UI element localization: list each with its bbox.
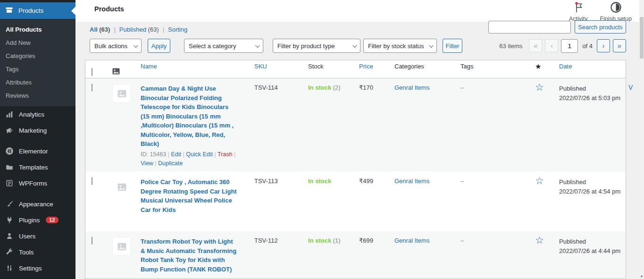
sidebar-item-wpforms[interactable]: WPForms — [0, 175, 75, 191]
product-sku: TSV-114 — [254, 84, 278, 91]
search-products-button[interactable]: Search products — [575, 20, 626, 34]
folder-icon — [4, 162, 15, 172]
product-thumbnail-placeholder[interactable] — [112, 178, 131, 196]
product-price: ₹170 — [359, 84, 373, 91]
product-id-label: ID: 15463 — [141, 151, 171, 158]
view-published-link[interactable]: Published (63) — [110, 26, 159, 33]
product-thumbnail-placeholder[interactable] — [112, 237, 131, 256]
featured-star-toggle[interactable]: ☆ — [535, 83, 544, 92]
vertical-scrollbar[interactable]: ▼ — [639, 0, 644, 279]
scrollbar-down-arrow[interactable]: ▼ — [640, 275, 644, 278]
wrench-icon — [4, 247, 15, 257]
total-pages-label: of 4 — [581, 42, 594, 50]
duplicate-link[interactable]: Duplicate — [158, 160, 183, 167]
sidebar-item-templates[interactable]: Templates — [0, 159, 75, 175]
view-all-link[interactable]: All (63) — [90, 26, 110, 33]
product-sku: TSV-112 — [254, 237, 278, 244]
search-input[interactable] — [488, 21, 571, 34]
sidebar-item-reviews[interactable]: Reviews — [0, 89, 75, 102]
featured-star-toggle[interactable]: ☆ — [535, 236, 544, 245]
products-table: Name SKU Stock Price Categories Tags ★ D… — [85, 60, 626, 279]
menu-separator — [0, 138, 75, 143]
sidebar-item-appearance[interactable]: Appearance — [0, 196, 75, 212]
product-thumbnail-placeholder[interactable] — [112, 84, 131, 103]
sidebar-item-tags[interactable]: Tags — [0, 63, 75, 76]
product-type-filter-select[interactable]: Filter by product type — [273, 39, 360, 53]
stock-count: (2) — [333, 84, 341, 91]
apply-button[interactable]: Apply — [148, 39, 170, 53]
featured-star-toggle[interactable]: ☆ — [535, 177, 544, 185]
row-checkbox[interactable] — [92, 84, 92, 92]
sidebar-item-users[interactable]: Users — [0, 228, 75, 244]
sidebar-item-products-active[interactable]: Products — [0, 2, 75, 19]
view-sorting-link[interactable]: Sorting — [159, 26, 188, 33]
category-link[interactable]: Genral Items — [394, 237, 429, 244]
sidebar-item-elementor[interactable]: Elementor — [0, 143, 75, 159]
activity-flag-icon — [573, 1, 584, 15]
list-view-filters: All (63)Published (63)Sorting — [90, 26, 187, 33]
sidebar-item-label: Analytics — [19, 111, 44, 118]
view-link[interactable]: View — [141, 160, 158, 167]
first-page-button[interactable]: « — [529, 39, 542, 52]
scrollbar-thumb[interactable] — [640, 17, 644, 59]
sidebar-item-label: Tools — [19, 249, 34, 256]
product-name-link[interactable]: Camman Day & Night Use Binocular Polariz… — [141, 85, 234, 147]
row-checkbox[interactable] — [92, 177, 92, 185]
prev-page-button[interactable]: ‹ — [545, 39, 558, 52]
analytics-icon — [4, 110, 15, 119]
publish-status: Published — [559, 178, 586, 186]
publish-date: 2022/07/26 at 5:03 pm — [559, 94, 620, 101]
tags-value: – — [460, 178, 464, 185]
page-title: Products — [94, 5, 124, 13]
row-actions: ID: 15463EditQuick EditTrashViewDuplicat… — [141, 150, 239, 168]
category-filter-select[interactable]: Select a category — [184, 39, 263, 53]
tags-value: – — [460, 84, 464, 91]
sidebar-item-label: WPForms — [19, 180, 47, 187]
select-all-checkbox[interactable] — [92, 68, 92, 76]
last-page-button[interactable]: » — [613, 39, 626, 52]
sidebar-item-all-products[interactable]: All Products — [0, 23, 75, 36]
column-header-price[interactable]: Price — [359, 60, 391, 76]
admin-menu: Analytics Marketing Elementor Templates … — [0, 106, 75, 276]
filter-button[interactable]: Filter — [443, 39, 462, 53]
featured-star-column-icon: ★ — [535, 60, 553, 76]
product-name-link[interactable]: Police Car Toy , Automatic 360 Degree Ro… — [141, 178, 237, 213]
column-header-name[interactable]: Name — [141, 60, 239, 76]
sidebar-item-tools[interactable]: Tools — [0, 244, 75, 260]
stock-status-filter-select[interactable]: Filter by stock status — [363, 39, 437, 53]
sidebar-item-label: Users — [19, 233, 35, 240]
bulk-actions-select[interactable]: Bulk actions — [90, 39, 142, 53]
trash-link[interactable]: Trash — [217, 151, 235, 158]
column-header-categories: Categories — [394, 60, 457, 76]
next-page-button[interactable]: › — [597, 39, 610, 52]
sidebar-item-plugins[interactable]: Plugins 12 — [0, 212, 75, 228]
category-link[interactable]: Genral Items — [394, 178, 429, 185]
sidebar-item-add-new[interactable]: Add New — [0, 36, 75, 50]
chevron-down-icon — [134, 43, 138, 48]
plugins-count-badge: 12 — [46, 217, 58, 223]
product-name-link[interactable]: Transform Robot Toy with Light & Music A… — [141, 238, 236, 273]
sidebar-item-marketing[interactable]: Marketing — [0, 122, 75, 138]
sidebar-item-categories[interactable]: Categories — [0, 50, 75, 63]
current-page-input[interactable] — [561, 39, 578, 53]
edit-link[interactable]: Edit — [171, 151, 186, 158]
publish-status: Published — [559, 238, 586, 245]
table-row: Camman Day & Night Use Binocular Polariz… — [85, 78, 626, 172]
column-header-date[interactable]: Date — [559, 60, 626, 76]
column-header-sku[interactable]: SKU — [254, 60, 305, 76]
sidebar-item-analytics[interactable]: Analytics — [0, 106, 75, 122]
sidebar-item-settings[interactable]: Settings — [0, 260, 75, 276]
column-header-stock: Stock — [308, 60, 356, 76]
finish-setup-button[interactable]: Finish setup — [600, 1, 632, 22]
publish-status: Published — [559, 85, 586, 92]
activity-button[interactable]: Activity — [569, 1, 588, 22]
quick-edit-link[interactable]: Quick Edit — [186, 151, 217, 158]
table-row: Transform Robot Toy with Light & Music A… — [85, 231, 626, 279]
stock-status: In stock — [308, 237, 331, 244]
sidebar-item-label: Settings — [19, 265, 42, 272]
sidebar-item-attributes[interactable]: Attributes — [0, 76, 75, 89]
table-row: Police Car Toy , Automatic 360 Degree Ro… — [85, 172, 626, 231]
chevron-down-icon — [429, 43, 434, 48]
category-link[interactable]: Genral Items — [394, 84, 429, 91]
row-checkbox[interactable] — [92, 237, 92, 245]
